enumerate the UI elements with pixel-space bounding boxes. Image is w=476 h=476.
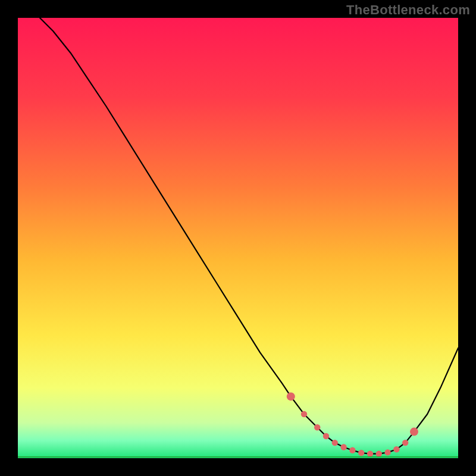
marker-point bbox=[314, 424, 320, 430]
plot-area bbox=[18, 18, 458, 458]
marker-point bbox=[332, 440, 338, 446]
watermark-text: TheBottleneck.com bbox=[346, 2, 470, 18]
chart-svg bbox=[18, 18, 458, 458]
marker-point bbox=[393, 446, 399, 452]
marker-point bbox=[376, 450, 382, 456]
marker-point bbox=[402, 440, 408, 446]
marker-point bbox=[323, 433, 329, 439]
marker-point bbox=[410, 428, 418, 436]
marker-point bbox=[301, 411, 307, 417]
gradient-background bbox=[18, 18, 458, 458]
marker-point bbox=[340, 444, 346, 450]
marker-point bbox=[384, 449, 390, 455]
chart-frame: TheBottleneck.com bbox=[0, 0, 476, 476]
marker-point bbox=[349, 447, 355, 453]
marker-point bbox=[367, 450, 373, 456]
marker-point bbox=[358, 450, 364, 456]
marker-point bbox=[287, 392, 295, 400]
